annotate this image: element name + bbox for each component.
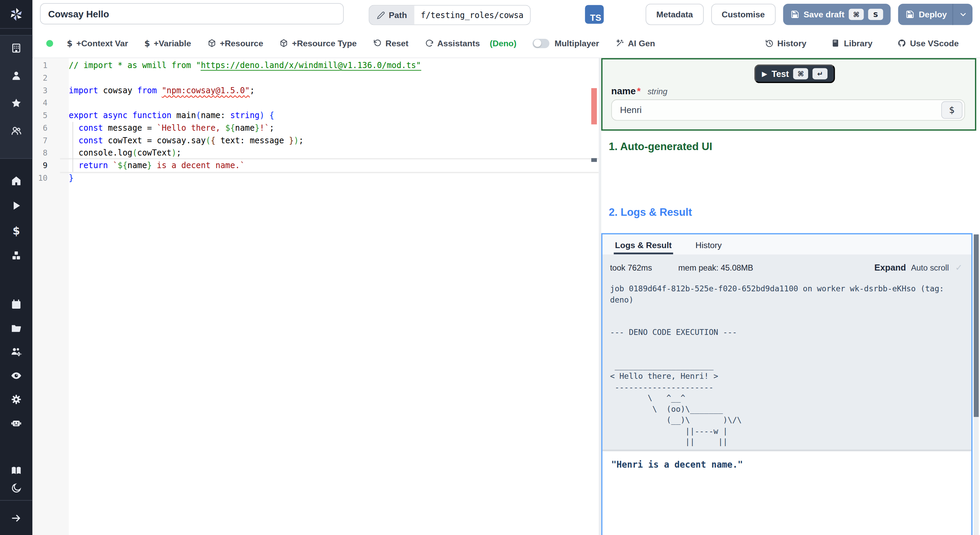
library-button[interactable]: Library	[831, 38, 872, 48]
dollar-icon: $	[67, 38, 73, 48]
code-line[interactable]: 8 console.log(cowText);	[33, 147, 599, 159]
logs-header: took 762ms mem peak: 45.08MB Expand Auto…	[603, 260, 972, 275]
book-icon[interactable]	[0, 465, 33, 477]
code-line[interactable]: 4	[33, 97, 599, 110]
customise-button[interactable]: Customise	[711, 4, 775, 25]
required-asterisk: *	[637, 86, 641, 96]
test-button[interactable]: ▶ Test ⌘ ↵	[754, 64, 835, 83]
splitter-handle[interactable]	[599, 58, 601, 535]
typescript-badge[interactable]: TS	[585, 5, 604, 24]
robot-icon[interactable]	[0, 417, 33, 430]
deploy-button[interactable]: Deploy	[898, 4, 972, 25]
add-variable-button[interactable]: $+Variable	[144, 38, 191, 48]
overview-ruler-cursor-marker	[592, 158, 597, 162]
history-clock-icon	[765, 39, 774, 48]
github-icon	[897, 39, 906, 48]
logs-result-box: Logs & Result History took 762ms mem pea…	[601, 233, 972, 535]
insert-variable-button[interactable]: $	[941, 102, 962, 119]
assistants-lang: (Deno)	[490, 38, 517, 48]
eye-icon[interactable]	[0, 369, 33, 382]
user-icon[interactable]	[0, 69, 33, 82]
add-context-var-button[interactable]: $+Context Var	[67, 38, 128, 48]
star-icon[interactable]	[0, 97, 33, 110]
divider	[953, 4, 953, 25]
reset-button[interactable]: Reset	[373, 38, 408, 48]
cubes-icon[interactable]	[0, 250, 33, 262]
status-online-dot	[46, 40, 53, 47]
chevron-down-icon[interactable]	[959, 10, 968, 19]
building-icon[interactable]	[0, 42, 33, 54]
windmill-logo-icon[interactable]	[0, 5, 33, 24]
code-line[interactable]: 3import cowsay from "npm:cowsay@1.5.0";	[33, 84, 599, 97]
code-line[interactable]: 1// import * as wmill from "https://deno…	[33, 59, 599, 72]
logs-body: took 762ms mem peak: 45.08MB Expand Auto…	[603, 255, 972, 450]
expand-button[interactable]: Expand	[875, 263, 906, 272]
magic-wand-icon	[615, 39, 624, 48]
code-line[interactable]: 10}	[33, 172, 599, 185]
sidebar: $	[0, 0, 33, 535]
check-icon: ✓	[955, 263, 963, 272]
add-resource-button[interactable]: +Resource	[207, 38, 263, 48]
section-logs-result: 2. Logs & Result	[609, 206, 692, 219]
package-icon	[279, 39, 288, 48]
path-value[interactable]: f/testing_roles/cowsa	[414, 6, 530, 24]
log-output: job 0189d64f-812b-525e-f020-652bd9da1100…	[610, 283, 972, 447]
auto-scroll-toggle[interactable]: Auto scroll	[911, 263, 949, 272]
sidebar-divider	[0, 28, 33, 29]
dollar-icon: $	[144, 38, 150, 48]
code-lines: 1// import * as wmill from "https://deno…	[33, 59, 599, 184]
ai-gen-button[interactable]: AI Gen	[615, 38, 655, 48]
dollar-icon[interactable]: $	[0, 224, 33, 237]
panel-scrollbar-thumb[interactable]	[974, 234, 979, 417]
test-label: Test	[772, 69, 789, 79]
indent-guide	[73, 122, 73, 172]
code-editor[interactable]: 1// import * as wmill from "https://deno…	[33, 58, 599, 535]
history-button[interactable]: History	[765, 38, 807, 48]
users-gear-icon[interactable]	[0, 346, 33, 358]
gear-icon[interactable]	[0, 393, 33, 406]
moon-icon[interactable]	[0, 482, 33, 495]
play-icon[interactable]	[0, 199, 33, 212]
home-icon[interactable]	[0, 174, 33, 187]
metadata-button[interactable]: Metadata	[646, 4, 704, 25]
path-button[interactable]: Path f/testing_roles/cowsa	[369, 5, 530, 25]
code-line[interactable]: 9 return `${name} is a decent name.`	[33, 159, 599, 172]
code-line[interactable]: 6 const message = `Hello there, ${name}!…	[33, 122, 599, 134]
cmd-key-badge: ⌘	[793, 68, 808, 79]
folder-icon[interactable]	[0, 322, 33, 334]
argument-value-input[interactable]	[611, 99, 965, 121]
rotate-ccw-icon	[373, 39, 382, 48]
use-vscode-button[interactable]: Use VScode	[897, 38, 959, 48]
book-icon	[831, 39, 840, 48]
s-key-badge: S	[868, 9, 883, 20]
code-line[interactable]: 5export async function main(name: string…	[33, 109, 599, 122]
workarea: 1// import * as wmill from "https://deno…	[33, 57, 980, 535]
result-value: "Henri is a decent name."	[611, 459, 962, 469]
panel-scrollbar[interactable]	[974, 234, 979, 535]
deploy-label: Deploy	[919, 10, 947, 19]
sidebar-divider	[0, 500, 33, 501]
users-icon[interactable]	[0, 124, 33, 137]
preview-panel: ▶ Test ⌘ ↵ name * string $ 1. Auto-gener…	[601, 58, 980, 535]
multiplayer-label[interactable]: Multiplayer	[555, 38, 599, 48]
assistants-button[interactable]: Assistants (Deno)	[425, 38, 517, 48]
multiplayer-toggle[interactable]	[533, 38, 550, 48]
arrow-right-icon[interactable]	[0, 512, 33, 524]
code-line[interactable]: 2	[33, 72, 599, 84]
toggle-knob	[533, 40, 541, 47]
argument-name: name	[611, 86, 636, 96]
save-draft-label: Save draft	[803, 10, 844, 19]
topbar: Path f/testing_roles/cowsa TS Metadata C…	[33, 0, 980, 29]
argument-label-row: name * string	[611, 86, 667, 96]
code-line[interactable]: 7 const cowText = cowsay.say({ text: mes…	[33, 134, 599, 147]
refresh-icon	[425, 39, 434, 48]
add-resource-type-button[interactable]: +Resource Type	[279, 38, 356, 48]
tab-history[interactable]: History	[694, 237, 723, 254]
calendar-icon[interactable]	[0, 298, 33, 311]
tab-logs-result[interactable]: Logs & Result	[614, 237, 673, 254]
script-name-input[interactable]	[40, 3, 344, 24]
save-draft-button[interactable]: Save draft ⌘ S	[783, 4, 891, 25]
save-icon	[905, 10, 914, 19]
cmd-key-badge: ⌘	[849, 9, 864, 20]
path-label: Path	[388, 10, 407, 20]
